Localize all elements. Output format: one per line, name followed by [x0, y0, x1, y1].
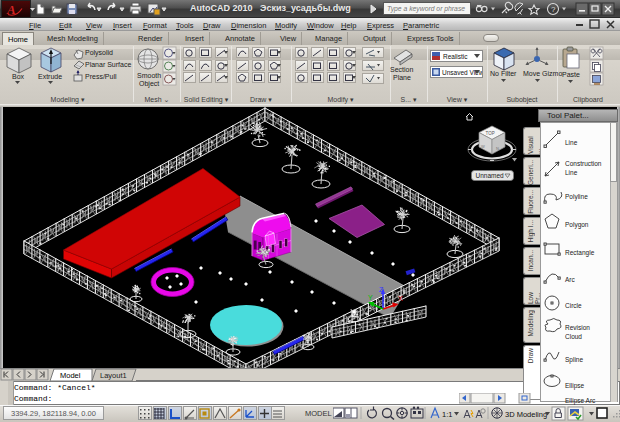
svg-text:Section: Section	[390, 66, 413, 73]
svg-text:Press/Pull: Press/Pull	[85, 73, 117, 80]
svg-text:No Filter: No Filter	[490, 70, 517, 77]
svg-text:TOP: TOP	[486, 131, 495, 136]
svg-text:Planar Surface: Planar Surface	[85, 61, 131, 68]
svg-text:Smooth: Smooth	[137, 72, 161, 79]
svg-text:Extrude: Extrude	[38, 73, 62, 80]
svg-text:1:1: 1:1	[442, 410, 452, 419]
svg-text:Model: Model	[60, 371, 81, 380]
svg-text:Y: Y	[368, 294, 373, 301]
svg-text:N: N	[496, 146, 499, 151]
svg-text:Move Gizmo: Move Gizmo	[523, 70, 562, 77]
svg-text:Plane: Plane	[393, 74, 411, 81]
svg-text:W: W	[481, 144, 485, 149]
svg-text:Paste: Paste	[562, 71, 580, 78]
svg-text:Z: Z	[379, 286, 384, 293]
svg-text:Polysolid: Polysolid	[85, 49, 113, 57]
svg-text:Unnamed: Unnamed	[476, 172, 505, 179]
svg-text:?: ?	[551, 5, 556, 14]
svg-text:Box: Box	[12, 73, 25, 80]
svg-text:X: X	[398, 295, 403, 302]
svg-text:Layout1: Layout1	[100, 371, 127, 380]
svg-text:Object: Object	[139, 80, 159, 88]
svg-text:3D Modeling: 3D Modeling	[505, 410, 547, 419]
